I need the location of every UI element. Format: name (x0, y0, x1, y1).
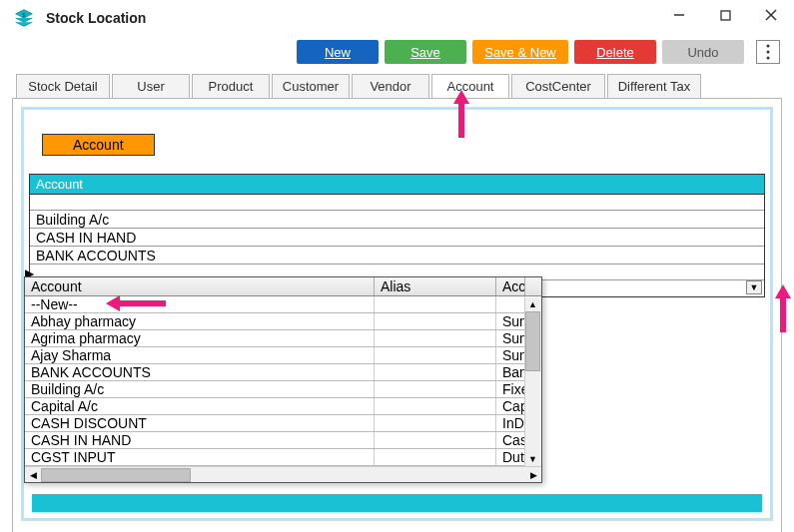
scroll-thumb[interactable] (525, 311, 540, 371)
account-dropdown-popup: Account Alias Acc --New-- Abhay pharmacy… (24, 276, 542, 483)
maximize-button[interactable] (702, 0, 748, 30)
undo-button[interactable]: Undo (662, 40, 744, 64)
title-bar: $ Stock Location (0, 0, 794, 36)
dropdown-item[interactable]: Ajay SharmaSun (25, 347, 541, 364)
dropdown-body: --New-- Abhay pharmacySun Agrima pharmac… (25, 296, 541, 466)
dropdown-col-account[interactable]: Account (25, 277, 375, 295)
svg-point-6 (767, 45, 770, 48)
dropdown-item[interactable]: BANK ACCOUNTSBan (25, 364, 541, 381)
table-row[interactable]: CASH IN HAND (30, 229, 764, 247)
window-title: Stock Location (46, 10, 146, 26)
account-section-button[interactable]: Account (42, 134, 155, 156)
svg-marker-10 (106, 295, 166, 311)
svg-marker-9 (453, 90, 469, 138)
close-button[interactable] (748, 0, 794, 30)
dropdown-col-alias[interactable]: Alias (375, 277, 496, 295)
grid-column-header[interactable]: Account (30, 175, 764, 195)
save-button[interactable]: Save (385, 40, 466, 64)
scroll-left-icon[interactable]: ◀ (25, 468, 41, 482)
annotation-arrow-new (106, 293, 166, 313)
dropdown-item[interactable]: Capital A/cCap (25, 398, 541, 415)
tab-customer[interactable]: Customer (272, 74, 350, 98)
scroll-up-icon[interactable]: ▲ (525, 297, 540, 311)
dropdown-hscrollbar[interactable]: ◀ ▶ (25, 466, 541, 482)
dropdown-item[interactable]: Agrima pharmacySun (25, 330, 541, 347)
dropdown-item[interactable]: CASH IN HANDCas (25, 432, 541, 449)
tab-costcenter[interactable]: CostCenter (511, 74, 605, 98)
dropdown-caret-icon[interactable]: ▼ (746, 280, 762, 294)
svg-point-7 (767, 51, 770, 54)
tab-stock-detail[interactable]: Stock Detail (16, 74, 110, 98)
table-row[interactable] (30, 195, 764, 211)
annotation-arrow-caret (773, 284, 793, 332)
delete-button[interactable]: Delete (574, 40, 656, 64)
dropdown-item[interactable]: Building A/cFixe (25, 381, 541, 398)
svg-rect-3 (721, 11, 730, 20)
scroll-down-icon[interactable]: ▼ (525, 452, 540, 466)
bottom-bar (32, 494, 762, 512)
svg-point-8 (767, 57, 770, 60)
toolbar: New Save Save & New Delete Undo (0, 36, 794, 74)
tab-strip: Stock Detail User Product Customer Vendo… (0, 74, 794, 98)
table-row[interactable]: BANK ACCOUNTS (30, 247, 764, 265)
annotation-arrow-tab (451, 90, 471, 138)
tab-vendor[interactable]: Vendor (352, 74, 429, 98)
svg-text:$: $ (23, 12, 26, 18)
tab-different-tax[interactable]: Different Tax (607, 74, 701, 98)
hscroll-thumb[interactable] (41, 468, 191, 482)
more-menu-button[interactable] (756, 40, 780, 64)
dropdown-item-new[interactable]: --New-- (25, 296, 541, 313)
minimize-button[interactable] (656, 0, 702, 30)
dropdown-header: Account Alias Acc (25, 277, 541, 296)
app-logo-icon: $ (14, 8, 34, 28)
dropdown-item[interactable]: CGST INPUTDut (25, 449, 541, 466)
dropdown-item[interactable]: CASH DISCOUNTInD (25, 415, 541, 432)
save-and-new-button[interactable]: Save & New (472, 40, 568, 64)
tab-product[interactable]: Product (192, 74, 270, 98)
dropdown-col-acctype[interactable]: Acc (496, 277, 525, 295)
dropdown-item[interactable]: Abhay pharmacySun (25, 313, 541, 330)
window-controls (656, 0, 794, 30)
new-button[interactable]: New (297, 40, 379, 64)
scroll-right-icon[interactable]: ▶ (525, 468, 541, 482)
dropdown-vscrollbar[interactable]: ▲ ▼ (524, 297, 541, 466)
tab-user[interactable]: User (112, 74, 190, 98)
svg-marker-11 (775, 284, 791, 332)
table-row[interactable]: Building A/c (30, 211, 764, 229)
